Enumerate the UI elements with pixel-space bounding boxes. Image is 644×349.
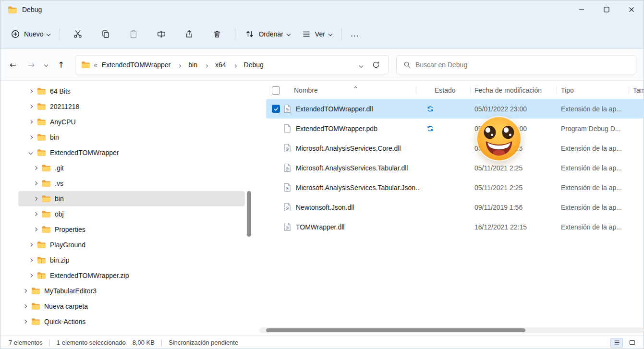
chevron-right-icon[interactable] xyxy=(27,136,35,139)
file-list: Nombre Estado Fecha de modificación Tipo… xyxy=(253,81,644,336)
sidebar-item[interactable]: ExtendedTOMWrapper.zip xyxy=(18,268,245,283)
close-button[interactable] xyxy=(619,0,644,19)
chevron-right-icon[interactable] xyxy=(21,305,29,308)
column-header-date[interactable]: Fecha de modificación xyxy=(474,82,561,99)
chevron-right-icon[interactable] xyxy=(32,167,39,169)
file-row[interactable]: TOMWrapper.dll 16/12/2021 22:15 Extensió… xyxy=(259,217,644,237)
sidebar-item[interactable]: .vs xyxy=(18,176,245,191)
file-row[interactable]: Microsoft.AnalysisServices.Tabular.dll 0… xyxy=(259,158,644,178)
sidebar-item[interactable]: bin xyxy=(18,130,245,145)
file-name: TOMWrapper.dll xyxy=(296,223,344,231)
file-name: Microsoft.AnalysisServices.Tabular.dll xyxy=(296,164,408,172)
delete-button[interactable] xyxy=(207,25,227,43)
chevron-right-icon[interactable] xyxy=(21,320,29,323)
sidebar-item-selected[interactable]: bin xyxy=(18,191,245,206)
clipboard-icon xyxy=(129,29,138,39)
chevron-right-icon[interactable] xyxy=(32,197,39,200)
more-options-button[interactable]: … xyxy=(346,25,364,43)
sidebar-item-label: Nueva carpeta xyxy=(44,302,88,310)
search-box[interactable] xyxy=(396,55,636,74)
chevron-right-icon[interactable] xyxy=(32,182,39,185)
file-type: Extensión de la ap... xyxy=(561,223,633,231)
chevron-right-icon[interactable] xyxy=(32,228,39,231)
file-type: Program Debug D... xyxy=(561,125,633,132)
new-button[interactable]: Nuevo xyxy=(5,25,56,43)
sidebar-scrollbar[interactable] xyxy=(246,81,253,336)
new-button-label: Nuevo xyxy=(24,30,43,38)
sidebar-item[interactable]: bin.zip xyxy=(18,253,245,268)
chevron-right-icon[interactable] xyxy=(27,120,35,123)
cut-button[interactable] xyxy=(68,25,87,43)
share-button[interactable] xyxy=(180,25,199,43)
chevron-down-icon xyxy=(47,32,50,36)
paste-button[interactable] xyxy=(124,25,143,43)
chevron-right-icon[interactable] xyxy=(32,213,39,216)
folder-icon xyxy=(42,195,51,203)
chevron-down-icon[interactable] xyxy=(27,151,35,154)
folder-icon xyxy=(31,287,40,295)
sort-button[interactable]: Ordenar xyxy=(239,25,295,43)
sidebar-item-label: 20211218 xyxy=(50,103,79,110)
chevron-right-icon[interactable] xyxy=(27,90,35,93)
window-controls xyxy=(569,0,644,19)
chevron-right-icon[interactable] xyxy=(27,259,35,262)
scrollbar-thumb[interactable] xyxy=(266,328,525,332)
rename-icon xyxy=(157,29,166,39)
sidebar-item[interactable]: .git xyxy=(18,160,245,176)
breadcrumb-item[interactable]: Debug xyxy=(243,60,265,70)
horizontal-scrollbar[interactable] xyxy=(259,327,644,333)
history-dropdown-chevron[interactable] xyxy=(41,63,51,66)
file-row[interactable]: Microsoft.AnalysisServices.Core.dll 05/1… xyxy=(259,138,644,158)
chevron-right-icon[interactable] xyxy=(27,243,35,246)
scrollbar-thumb[interactable] xyxy=(247,191,251,237)
breadcrumb-bar[interactable]: « ExtendedTOMWrapper bin x64 Debug xyxy=(75,55,389,74)
chevron-right-icon[interactable] xyxy=(27,274,35,277)
copy-button[interactable] xyxy=(96,25,115,43)
breadcrumb-item[interactable]: ExtendedTOMWrapper xyxy=(101,60,171,70)
forward-button[interactable]: → xyxy=(23,57,39,73)
sidebar-item[interactable]: AnyCPU xyxy=(18,114,245,130)
refresh-icon[interactable] xyxy=(370,59,382,71)
row-checkbox-checked[interactable] xyxy=(272,105,280,113)
file-row-selected[interactable]: ExtendedTOMWrapper.dll 05/01/2022 23:00 … xyxy=(259,99,644,119)
breadcrumb-item[interactable]: x64 xyxy=(214,60,227,70)
file-list-header: Nombre Estado Fecha de modificación Tipo… xyxy=(259,82,644,99)
column-header-name[interactable]: Nombre xyxy=(283,82,420,99)
address-dropdown-chevron[interactable] xyxy=(356,60,366,69)
chevron-right-icon[interactable] xyxy=(27,105,35,108)
sidebar-item[interactable]: MyTabularEditor3 xyxy=(18,283,245,299)
breadcrumb-overflow-indicator[interactable]: « xyxy=(94,61,97,69)
folder-icon xyxy=(42,164,51,172)
details-view-button[interactable] xyxy=(610,338,623,348)
search-input[interactable] xyxy=(415,61,629,69)
chevron-right-icon[interactable] xyxy=(21,289,29,292)
sidebar-item[interactable]: obj xyxy=(18,206,245,222)
sort-button-label: Ordenar xyxy=(258,30,283,38)
back-button[interactable]: ← xyxy=(5,57,21,73)
up-button[interactable]: ↑ xyxy=(53,57,69,73)
sidebar-item-label: bin xyxy=(50,133,59,141)
sidebar-item[interactable]: 64 Bits xyxy=(18,84,245,99)
file-row[interactable]: Newtonsoft.Json.dll 09/11/2019 1:56 Exte… xyxy=(259,197,644,217)
breadcrumb-item[interactable]: bin xyxy=(187,60,198,70)
column-header-type[interactable]: Tipo xyxy=(561,82,633,99)
large-icons-view-button[interactable] xyxy=(626,338,638,348)
sidebar-item[interactable]: ExtendedTOMWrapper xyxy=(18,145,245,160)
rename-button[interactable] xyxy=(152,25,171,43)
minimize-button[interactable] xyxy=(569,0,594,19)
sidebar-item[interactable]: Nueva carpeta xyxy=(18,299,245,314)
trash-icon xyxy=(212,29,222,39)
column-header-size[interactable]: Tam xyxy=(633,86,644,94)
view-button[interactable]: Ver xyxy=(296,25,338,43)
sidebar-item[interactable]: PlayGround xyxy=(18,237,245,253)
selection-size: 8,00 KB xyxy=(133,339,155,346)
file-row[interactable]: Microsoft.AnalysisServices.Tabular.Json.… xyxy=(259,178,644,197)
select-all-checkbox[interactable] xyxy=(272,86,280,95)
sidebar-item[interactable]: Quick-Actions xyxy=(18,314,245,329)
maximize-button[interactable] xyxy=(594,0,619,19)
column-header-status[interactable]: Estado xyxy=(420,82,474,99)
view-toggles xyxy=(610,338,638,348)
file-row[interactable]: ExtendedTOMWrapper.pdb 05/01/2022 23:00 … xyxy=(259,119,644,138)
sidebar-item[interactable]: 20211218 xyxy=(18,99,245,114)
sidebar-item[interactable]: Properties xyxy=(18,222,245,237)
